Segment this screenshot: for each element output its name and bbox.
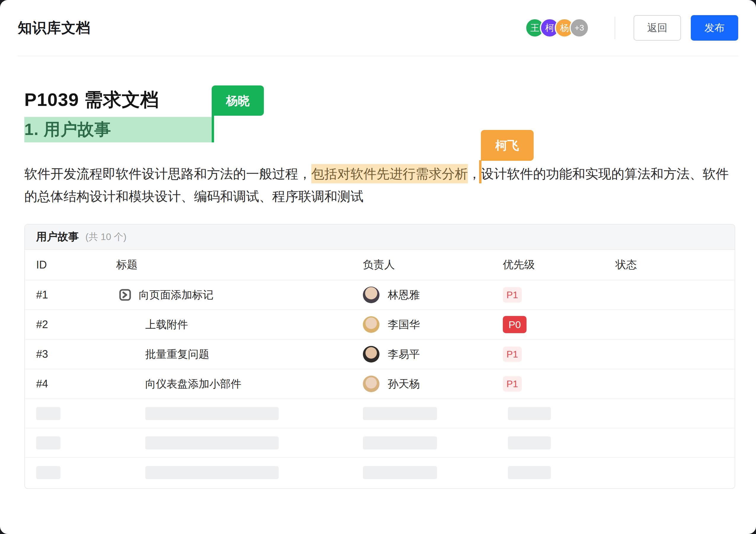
table-header-row: ID 标题 负责人 优先级 状态 bbox=[25, 250, 735, 280]
story-title: 上载附件 bbox=[145, 318, 188, 332]
collaborator-avatar-overflow[interactable]: +3 bbox=[570, 18, 589, 38]
priority-badge: P0 bbox=[503, 316, 526, 333]
collaborator-caret-green bbox=[212, 115, 214, 142]
cell-assignee: 李易平 bbox=[363, 346, 503, 362]
loading-skeleton-row bbox=[25, 399, 735, 428]
assignee-avatar bbox=[363, 287, 380, 303]
collaborator-avatar-stack[interactable]: 王 柯 杨 +3 bbox=[525, 18, 589, 38]
skeleton-block bbox=[508, 436, 551, 449]
topbar-divider bbox=[615, 16, 615, 39]
paragraph-text: 软件开发流程即软件设计思路和方法的一般过程， bbox=[24, 166, 311, 181]
story-table-count: (共 10 个) bbox=[85, 231, 126, 243]
collaborator-caret-orange bbox=[479, 160, 481, 183]
cell-id: #2 bbox=[36, 318, 116, 331]
priority-badge: P1 bbox=[503, 347, 522, 362]
skeleton-block bbox=[145, 407, 279, 420]
priority-badge: P1 bbox=[503, 376, 522, 392]
back-button[interactable]: 返回 bbox=[634, 15, 681, 41]
skeleton-block bbox=[145, 436, 279, 449]
document-title[interactable]: P1039 需求文档 bbox=[24, 87, 159, 112]
cell-priority: P0 bbox=[503, 316, 615, 333]
table-row[interactable]: #1 向页面添加标记 林恩雅 P1 bbox=[25, 280, 735, 310]
cell-assignee: 李国华 bbox=[363, 316, 503, 333]
cell-priority: P1 bbox=[503, 376, 615, 392]
skeleton-block bbox=[36, 436, 61, 449]
skeleton-block bbox=[363, 407, 437, 420]
cell-title[interactable]: 批量重复问题 bbox=[116, 347, 363, 362]
story-table-title: 用户故事 bbox=[36, 230, 79, 244]
column-header-id: ID bbox=[36, 259, 116, 271]
skeleton-block bbox=[36, 407, 61, 420]
assignee-name: 孙天杨 bbox=[388, 377, 420, 391]
skeleton-block bbox=[145, 466, 279, 479]
cell-id: #1 bbox=[36, 289, 116, 301]
column-header-assignee: 负责人 bbox=[363, 258, 503, 272]
assignee-name: 李易平 bbox=[388, 347, 420, 362]
cell-id: #3 bbox=[36, 348, 116, 360]
topbar: 知识库文档 王 柯 杨 +3 返回 发布 bbox=[18, 0, 738, 56]
skeleton-block bbox=[36, 466, 61, 479]
skeleton-block bbox=[363, 466, 437, 479]
skeleton-block bbox=[508, 407, 551, 420]
cell-assignee: 林恩雅 bbox=[363, 287, 503, 303]
paragraph-highlighted-text: 包括对软件先进行需求分析 bbox=[311, 164, 468, 183]
table-row[interactable]: #4 向仪表盘添加小部件 孙天杨 P1 bbox=[25, 369, 735, 399]
table-row[interactable]: #3 批量重复问题 李易平 P1 bbox=[25, 340, 735, 369]
skeleton-block bbox=[363, 436, 437, 449]
work-item-icon bbox=[119, 289, 131, 301]
skeleton-block bbox=[508, 466, 551, 479]
story-title: 向仪表盘添加小部件 bbox=[145, 377, 241, 391]
topbar-actions: 王 柯 杨 +3 返回 发布 bbox=[525, 15, 738, 41]
cell-priority: P1 bbox=[503, 347, 615, 362]
column-header-status: 状态 bbox=[615, 258, 723, 272]
loading-skeleton-row bbox=[25, 458, 735, 487]
collaborator-cursor-label-orange: 柯飞 bbox=[481, 130, 534, 161]
cell-title[interactable]: 上载附件 bbox=[116, 318, 363, 332]
publish-button[interactable]: 发布 bbox=[691, 15, 738, 41]
cell-title[interactable]: 向页面添加标记 bbox=[116, 288, 363, 302]
story-title: 向页面添加标记 bbox=[139, 288, 213, 302]
column-header-title: 标题 bbox=[116, 258, 363, 272]
table-row[interactable]: #2 上载附件 李国华 P0 bbox=[25, 310, 735, 340]
assignee-avatar bbox=[363, 346, 380, 362]
app-window: 知识库文档 王 柯 杨 +3 返回 发布 P1039 需求文档 杨晓 1. 用户… bbox=[0, 0, 756, 534]
priority-badge: P1 bbox=[503, 287, 522, 303]
cell-id: #4 bbox=[36, 378, 116, 390]
assignee-avatar bbox=[363, 376, 380, 392]
cell-assignee: 孙天杨 bbox=[363, 376, 503, 392]
cell-title[interactable]: 向仪表盘添加小部件 bbox=[116, 377, 363, 391]
section-heading-text: 1. 用户故事 bbox=[24, 118, 111, 141]
story-title: 批量重复问题 bbox=[145, 347, 209, 362]
cell-priority: P1 bbox=[503, 287, 615, 303]
loading-skeleton-row bbox=[25, 428, 735, 458]
page-title: 知识库文档 bbox=[18, 18, 91, 37]
story-table-header: 用户故事 (共 10 个) bbox=[25, 225, 735, 250]
section-heading-highlight[interactable]: 1. 用户故事 bbox=[24, 117, 212, 142]
assignee-name: 李国华 bbox=[388, 318, 420, 332]
collaborator-cursor-label-green: 杨晓 bbox=[212, 85, 264, 116]
story-table-card: 用户故事 (共 10 个) ID 标题 负责人 优先级 状态 #1 向页面添加标… bbox=[24, 224, 735, 489]
assignee-avatar bbox=[363, 316, 380, 333]
assignee-name: 林恩雅 bbox=[388, 288, 420, 302]
column-header-priority: 优先级 bbox=[503, 258, 615, 272]
document-paragraph[interactable]: 软件开发流程即软件设计思路和方法的一般过程，包括对软件先进行需求分析，设计软件的… bbox=[24, 163, 735, 208]
